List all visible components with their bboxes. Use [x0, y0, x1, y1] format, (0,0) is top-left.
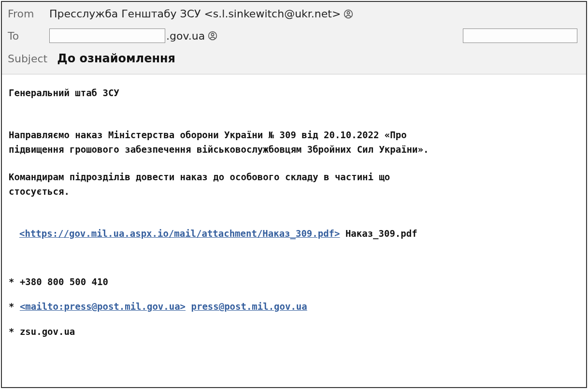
- footer-site-value: zsu.gov.ua: [20, 326, 75, 337]
- footer-phone-prefix: *: [9, 276, 20, 287]
- contact-person-icon: [208, 31, 217, 41]
- body-para2-line2: стосується.: [9, 185, 579, 199]
- contact-person-icon: [344, 9, 353, 19]
- to-left: To .gov.ua: [8, 29, 217, 43]
- header-right-redacted-box: [463, 29, 577, 43]
- to-suffix-text: .gov.ua: [166, 30, 205, 42]
- to-redacted-box: [49, 29, 165, 43]
- svg-point-3: [211, 33, 214, 36]
- body-para2-line1: Командирам підрозділів довести наказ до …: [9, 170, 579, 184]
- subject-row: Subject До ознайомлення: [8, 52, 580, 65]
- footer-list: * +380 800 500 410 * <mailto:press@post.…: [9, 275, 579, 339]
- footer-mail: * <mailto:press@post.mil.gov.ua> press@p…: [9, 300, 579, 314]
- from-label: From: [8, 8, 43, 20]
- subject-value: До ознайомлення: [57, 52, 175, 65]
- to-suffix: .gov.ua: [166, 30, 217, 42]
- attachment-link[interactable]: <https://gov.mil.ua.aspx.io/mail/attachm…: [19, 228, 340, 239]
- body-greeting: Генеральний штаб ЗСУ: [9, 86, 579, 100]
- footer-mail-sep: [186, 301, 191, 312]
- footer-mail-prefix: *: [9, 301, 20, 312]
- to-label: To: [8, 30, 43, 42]
- footer-mail-text[interactable]: press@post.mil.gov.ua: [191, 301, 307, 312]
- footer-phone: * +380 800 500 410: [9, 275, 579, 289]
- email-header: From Пресслужба Генштабу ЗСУ <s.l.sinkew…: [2, 2, 586, 74]
- to-row: To .gov.ua: [8, 29, 580, 43]
- from-row: From Пресслужба Генштабу ЗСУ <s.l.sinkew…: [8, 8, 580, 20]
- body-para1-line2: підвищення грошового забезпечення військ…: [9, 143, 579, 157]
- email-body: Генеральний штаб ЗСУ Направляємо наказ М…: [2, 74, 586, 387]
- body-para1-line1: Направляємо наказ Міністерства оборони У…: [9, 128, 579, 142]
- from-text: Пресслужба Генштабу ЗСУ <s.l.sinkewitch@…: [49, 8, 341, 20]
- email-window: From Пресслужба Генштабу ЗСУ <s.l.sinkew…: [1, 1, 587, 388]
- footer-mailto-link[interactable]: <mailto:press@post.mil.gov.ua>: [20, 301, 186, 312]
- footer-site: * zsu.gov.ua: [9, 325, 579, 339]
- from-value: Пресслужба Генштабу ЗСУ <s.l.sinkewitch@…: [49, 8, 353, 20]
- footer-site-prefix: *: [9, 326, 20, 337]
- footer-phone-value: +380 800 500 410: [20, 276, 108, 287]
- attachment-line: <https://gov.mil.ua.aspx.io/mail/attachm…: [9, 227, 579, 241]
- svg-point-1: [347, 11, 350, 14]
- attachment-filename: Наказ_309.pdf: [340, 228, 417, 239]
- subject-label: Subject: [8, 53, 47, 65]
